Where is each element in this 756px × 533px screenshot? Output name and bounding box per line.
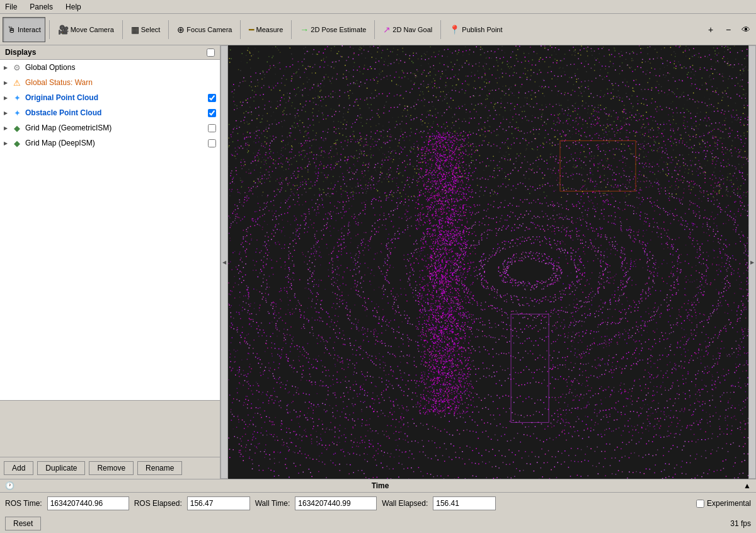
global-options-label: Global Options — [25, 63, 216, 72]
grid-map-geometric-checkbox[interactable] — [208, 124, 216, 132]
grid-map-deep-checkbox[interactable] — [208, 139, 216, 147]
wall-elapsed-label: Wall Elapsed: — [382, 499, 428, 508]
obstacle-point-cloud-label: Obstacle Point Cloud — [25, 108, 208, 117]
wall-time-input[interactable] — [295, 496, 377, 510]
duplicate-button[interactable]: Duplicate — [37, 461, 85, 475]
original-point-cloud-checkbox[interactable] — [208, 94, 216, 102]
toolbar-sep-1 — [49, 20, 50, 39]
toolbar-sep-3 — [168, 20, 169, 39]
list-item[interactable]: ▶ ◆ Grid Map (GeometricISM) — [0, 120, 220, 135]
obstacle-point-cloud-checkbox[interactable] — [208, 109, 216, 117]
expand-arrow: ▶ — [4, 80, 11, 86]
interact-label: Interact — [18, 26, 41, 33]
list-item[interactable]: ▶ ⚠ Global Status: Warn — [0, 75, 220, 90]
toolbar-2d-pose-btn[interactable]: → 2D Pose Estimate — [295, 17, 370, 42]
obstacle-cloud-icon: ✦ — [11, 107, 23, 118]
toolbar: 🖱 Interact 🎥 Move Camera ▦ Select ⊕ Focu… — [0, 14, 756, 45]
clock-icon: 🕐 — [5, 481, 14, 490]
displays-title: Displays — [5, 48, 36, 57]
toolbar-2d-nav-btn[interactable]: ↗ 2D Nav Goal — [379, 17, 437, 42]
reset-button[interactable]: Reset — [5, 517, 41, 530]
experimental-checkbox[interactable] — [696, 500, 704, 508]
2d-nav-icon: ↗ — [383, 25, 391, 35]
grid-map-deep-label: Grid Map (DeepISM) — [25, 139, 208, 147]
gear-icon: ⚙ — [11, 62, 23, 73]
move-camera-icon: 🎥 — [58, 25, 69, 35]
time-bottom: Reset 31 fps — [0, 514, 756, 533]
focus-camera-label: Focus Camera — [186, 26, 232, 33]
time-header: 🕐 Time ▲ — [0, 479, 756, 493]
wall-time-label: Wall Time: — [255, 499, 290, 508]
global-status-label: Global Status: Warn — [25, 78, 216, 87]
toolbar-sep-7 — [440, 20, 441, 39]
list-item[interactable]: ▶ ⚙ Global Options — [0, 60, 220, 75]
left-panel: Displays ▶ ⚙ Global Options ▶ ⚠ Global S… — [0, 45, 220, 479]
displays-header: Displays — [0, 45, 220, 60]
ros-time-label: ROS Time: — [5, 499, 42, 508]
remove-button[interactable]: Remove — [89, 461, 134, 475]
toolbar-sep-4 — [240, 20, 241, 39]
toolbar-measure-btn[interactable]: ━ Measure — [244, 17, 287, 42]
toolbar-right: + − 👁 — [703, 22, 753, 37]
experimental-label: Experimental — [707, 499, 751, 508]
ros-elapsed-label: ROS Elapsed: — [134, 499, 182, 508]
measure-icon: ━ — [249, 25, 254, 35]
list-item[interactable]: ▶ ◆ Grid Map (DeepISM) — [0, 135, 220, 151]
grid-map-deep-icon: ◆ — [11, 137, 23, 149]
2d-pose-icon: → — [300, 25, 309, 35]
time-title: Time — [372, 481, 389, 490]
display-buttons: Add Duplicate Remove Rename — [0, 457, 220, 479]
properties-panel — [0, 401, 220, 457]
add-button[interactable]: Add — [4, 461, 33, 475]
viewport[interactable] — [228, 45, 748, 479]
time-collapse-btn[interactable]: ▲ — [743, 481, 751, 490]
wall-elapsed-input[interactable] — [433, 496, 496, 510]
warn-icon: ⚠ — [11, 77, 23, 88]
menu-help[interactable]: Help — [63, 1, 84, 13]
publish-point-icon: 📍 — [449, 25, 460, 35]
2d-nav-label: 2D Nav Goal — [392, 26, 432, 33]
list-item[interactable]: ▶ ✦ Obstacle Point Cloud — [0, 105, 220, 120]
time-body: ROS Time: ROS Elapsed: Wall Time: Wall E… — [0, 493, 756, 514]
select-label: Select — [141, 26, 161, 33]
move-camera-label: Move Camera — [71, 26, 114, 33]
toolbar-publish-point-btn[interactable]: 📍 Publish Point — [445, 17, 507, 42]
expand-arrow: ▶ — [4, 110, 11, 116]
toolbar-sep-2 — [122, 20, 123, 39]
zoom-in-btn[interactable]: + — [703, 22, 718, 37]
experimental-area: Experimental — [696, 499, 751, 508]
toolbar-move-camera-btn[interactable]: 🎥 Move Camera — [54, 17, 118, 42]
collapse-right-handle[interactable]: ▶ — [748, 45, 756, 479]
ros-time-input[interactable] — [47, 496, 129, 510]
menu-file[interactable]: File — [3, 1, 20, 13]
list-item[interactable]: ▶ ✦ Original Point Cloud — [0, 90, 220, 105]
select-icon: ▦ — [131, 25, 139, 35]
toolbar-select-btn[interactable]: ▦ Select — [127, 17, 165, 42]
time-panel: 🕐 Time ▲ ROS Time: ROS Elapsed: Wall Tim… — [0, 479, 756, 533]
toolbar-sep-6 — [374, 20, 375, 39]
rename-button[interactable]: Rename — [137, 461, 182, 475]
expand-arrow: ▶ — [4, 140, 11, 146]
2d-pose-label: 2D Pose Estimate — [311, 26, 366, 33]
measure-label: Measure — [256, 26, 283, 33]
interact-icon: 🖱 — [7, 25, 16, 35]
fps-display: 31 fps — [730, 519, 751, 528]
ros-elapsed-input[interactable] — [187, 496, 250, 510]
original-point-cloud-label: Original Point Cloud — [25, 93, 208, 102]
toolbar-interact-btn[interactable]: 🖱 Interact — [3, 17, 45, 42]
displays-list: ▶ ⚙ Global Options ▶ ⚠ Global Status: Wa… — [0, 60, 220, 401]
expand-arrow: ▶ — [4, 65, 11, 71]
focus-camera-icon: ⊕ — [177, 25, 185, 35]
menubar: File Panels Help — [0, 0, 756, 14]
toolbar-focus-camera-btn[interactable]: ⊕ Focus Camera — [173, 17, 236, 42]
toolbar-sep-5 — [291, 20, 292, 39]
displays-toggle-checkbox[interactable] — [207, 49, 215, 57]
pointcloud-canvas — [228, 45, 748, 479]
grid-map-geometric-label: Grid Map (GeometricISM) — [25, 123, 208, 132]
menu-panels[interactable]: Panels — [27, 1, 55, 13]
main-content: Displays ▶ ⚙ Global Options ▶ ⚠ Global S… — [0, 45, 756, 479]
expand-arrow: ▶ — [4, 125, 11, 131]
view-btn[interactable]: 👁 — [738, 22, 753, 37]
collapse-left-handle[interactable]: ◀ — [220, 45, 228, 479]
zoom-out-btn[interactable]: − — [721, 22, 736, 37]
